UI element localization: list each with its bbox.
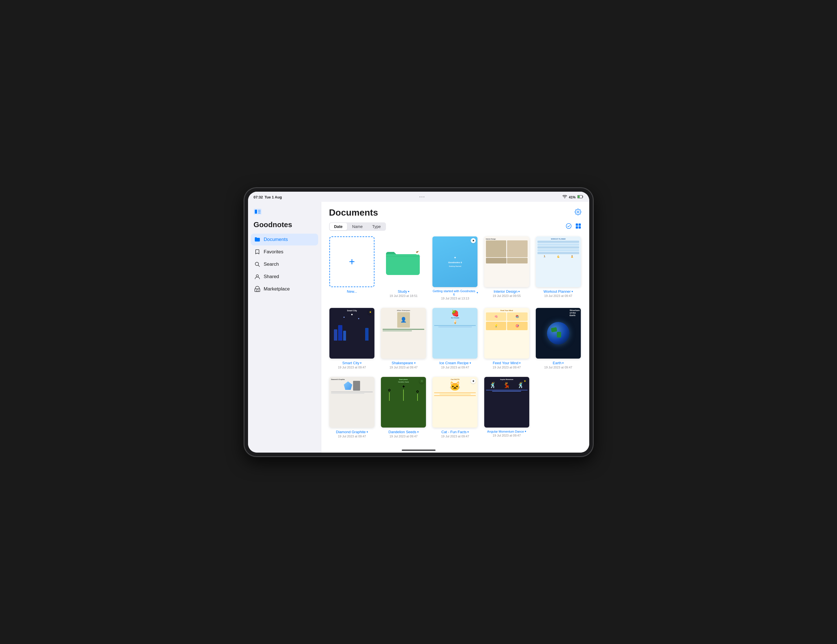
chevron-icon: ▾: [525, 430, 526, 433]
svg-rect-10: [255, 289, 260, 292]
app-title-area: Goodnotes: [248, 220, 321, 234]
battery: 41%: [569, 195, 576, 199]
sort-date[interactable]: Date: [330, 223, 347, 230]
new-doc-label: New...: [347, 289, 357, 293]
doc-angular-momentum-name: Angular Momentum Dance ▾: [487, 430, 526, 433]
battery-icon: [578, 195, 584, 199]
doc-smart-city-name: Smart City ▾: [342, 361, 362, 365]
sidebar-item-shared[interactable]: Shared: [251, 271, 318, 283]
folder-icon: [254, 236, 261, 243]
time: 07:32: [254, 195, 263, 199]
date: Tue 1 Aug: [265, 195, 282, 199]
view-controls: [566, 223, 581, 230]
doc-workout-planner-thumbnail: WORKOUT PLANNER 🏃: [536, 236, 581, 287]
sidebar-item-marketplace-label: Marketplace: [264, 286, 290, 292]
svg-rect-16: [579, 226, 581, 229]
doc-angular-momentum[interactable]: Angular Momentum 🕺 💃 🕺: [484, 377, 530, 438]
doc-dandelion-seeds-name: Dandelion Seeds ▾: [389, 430, 419, 434]
sidebar-item-marketplace[interactable]: Marketplace: [251, 283, 318, 295]
doc-earth-name: Earth ▾: [553, 361, 564, 365]
doc-study-date: 19 Jul 2023 at 18:51: [389, 294, 417, 298]
svg-rect-15: [576, 226, 578, 229]
bookmark-icon: [254, 249, 261, 255]
chevron-icon: ▾: [366, 430, 368, 433]
sidebar-item-documents[interactable]: Documents: [251, 234, 318, 246]
chevron-down-icon: ▾: [408, 290, 409, 293]
star-badge: ★: [471, 238, 476, 243]
svg-rect-11: [256, 290, 258, 292]
status-center-dots: ···: [419, 194, 425, 200]
doc-getting-started[interactable]: ✦ Goodnotes 6 Getting Started ★ Getting …: [432, 236, 478, 300]
center-dots: ···: [419, 194, 425, 200]
star-badge: ★: [471, 379, 476, 383]
chevron-icon: ▾: [519, 361, 520, 364]
doc-ice-cream[interactable]: 🍓 Ice Cream 🍦 Ice Cream Recipe: [432, 308, 478, 369]
sidebar-item-search[interactable]: Search: [251, 258, 318, 270]
storefront-icon: [254, 286, 261, 292]
grid-view-icon[interactable]: [575, 223, 581, 230]
person-icon: [254, 274, 261, 280]
doc-earth-date: 19 Jul 2023 at 09:47: [544, 365, 572, 369]
app-title: Goodnotes: [254, 220, 292, 229]
svg-rect-14: [579, 223, 581, 226]
sidebar-item-favorites[interactable]: Favorites: [251, 246, 318, 258]
doc-workout-planner-name: Workout Planner ▾: [544, 289, 573, 293]
star-badge: ☆: [419, 379, 424, 383]
content-header: Documents: [329, 207, 581, 218]
chevron-icon: ▾: [571, 290, 573, 293]
doc-study[interactable]: Study ▾ 19 Jul 2023 at 18:51: [381, 236, 427, 300]
settings-button[interactable]: [574, 208, 581, 216]
doc-diamond-graphite-date: 19 Jul 2023 at 09:47: [338, 434, 366, 438]
doc-smart-city-date: 19 Jul 2023 at 09:47: [338, 365, 366, 369]
doc-smart-city[interactable]: Smart City: [329, 308, 375, 369]
svg-point-12: [566, 223, 571, 229]
sidebar-header: [248, 206, 321, 220]
sort-name[interactable]: Name: [348, 223, 367, 230]
star-badge: ★: [368, 310, 373, 315]
chevron-icon: ▾: [469, 361, 471, 364]
doc-smart-city-thumbnail: Smart City: [329, 308, 374, 359]
doc-interior-design-thumbnail: Interior Design: [484, 236, 529, 287]
chevron-icon: ▾: [414, 361, 415, 364]
doc-interior-design[interactable]: Interior Design: [484, 236, 530, 300]
sidebar-item-documents-label: Documents: [264, 237, 288, 243]
doc-cat-fun-facts-thumbnail: Cat FACTS 🐱 ★: [432, 377, 478, 428]
sort-type[interactable]: Type: [368, 223, 385, 230]
doc-earth[interactable]: Structureof theEarth Earth ▾ 19 Jul 2023…: [535, 308, 581, 369]
doc-cat-fun-facts[interactable]: Cat FACTS 🐱 ★ Cat - Fun: [432, 377, 478, 438]
svg-rect-1: [578, 196, 580, 198]
doc-workout-planner-date: 19 Jul 2023 at 09:47: [544, 294, 572, 298]
doc-feed-your-mind-date: 19 Jul 2023 at 09:47: [493, 365, 521, 369]
doc-ice-cream-date: 19 Jul 2023 at 09:47: [441, 365, 469, 369]
sidebar-toggle-button[interactable]: [254, 208, 261, 216]
svg-line-8: [258, 265, 259, 267]
doc-workout-planner[interactable]: WORKOUT PLANNER 🏃: [535, 236, 581, 300]
wifi-icon: [563, 195, 567, 199]
star-badge: ★: [522, 379, 528, 383]
doc-study-thumbnail: [381, 236, 426, 287]
chevron-icon: ▾: [360, 361, 361, 364]
doc-shakespeare-name: Shakespeare ▾: [392, 361, 415, 365]
chevron-icon: ▾: [562, 361, 564, 364]
doc-diamond-graphite-name: Diamond Graphite ▾: [336, 430, 368, 434]
chevron-icon: ▾: [417, 430, 419, 433]
status-bar: 07:32 Tue 1 Aug ··· 41%: [248, 192, 589, 202]
svg-rect-13: [576, 223, 578, 226]
chevron-icon: ▾: [467, 430, 469, 433]
page-title: Documents: [329, 207, 378, 218]
doc-getting-started-date: 19 Jul 2023 at 13:13: [441, 297, 469, 300]
doc-study-name: Study ▾: [398, 289, 409, 293]
status-left: 07:32 Tue 1 Aug: [254, 195, 282, 199]
doc-ice-cream-thumbnail: 🍓 Ice Cream 🍦: [432, 308, 478, 359]
sort-tabs: Date Name Type: [329, 222, 386, 231]
doc-cat-fun-facts-name: Cat - Fun Facts ▾: [441, 430, 469, 434]
doc-dandelion-seeds[interactable]: Smart plants: Dandelion Seeds ✿: [381, 377, 427, 438]
doc-diamond-graphite[interactable]: Diamond & Graphite Diamond Graphite: [329, 377, 375, 438]
doc-feed-your-mind[interactable]: Feed Your Mind 🧠 📚 💡 🎯 Feed Your Mi: [484, 308, 530, 369]
sidebar-nav: Documents Favorites: [248, 234, 321, 295]
new-document-button[interactable]: + New...: [329, 236, 375, 300]
sidebar: Goodnotes Documents: [248, 202, 321, 452]
doc-angular-momentum-date: 19 Jul 2023 at 09:47: [493, 434, 521, 437]
checkmark-icon[interactable]: [566, 223, 572, 230]
doc-shakespeare[interactable]: William Shakespeare 👤 Shakespeare ▾: [381, 308, 427, 369]
